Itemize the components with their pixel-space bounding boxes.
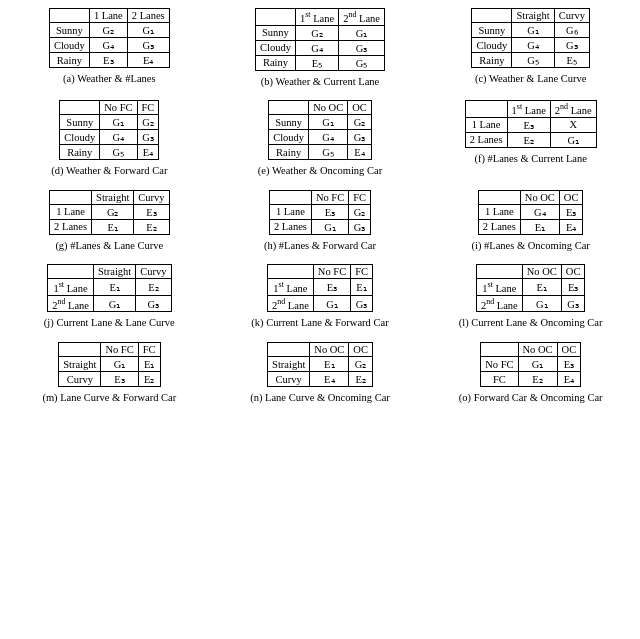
table-f: 1st Lane2nd Lane1 LaneE₃X2 LanesE₂G₁ (465, 100, 597, 148)
table-o-header-1: No OC (518, 343, 557, 357)
table-h-cell-0-2: G₂ (349, 204, 371, 219)
table-a-cell-2-1: E₃ (89, 53, 127, 68)
caption-e: (e) Weather & Oncoming Car (258, 164, 382, 178)
table-row: StraightG₁E₁ (59, 357, 160, 372)
table-l-header-2: OC (561, 265, 585, 279)
table-b-cell-0-1: G₂ (295, 25, 338, 40)
table-a-header-0 (49, 9, 89, 23)
table-d-cell-0-0: Sunny (60, 115, 100, 130)
table-b-cell-2-2: G₅ (339, 55, 385, 70)
table-row: CloudyG₄G₃ (269, 130, 372, 145)
table-block-o: No OCOCNo FCG₁E₃FCE₂E₄(o) Forward Car & … (429, 342, 632, 405)
table-b-header-2: 2nd Lane (339, 9, 385, 26)
table-j-header-2: Curvy (136, 265, 171, 279)
table-row: RainyG₅E₄ (269, 145, 372, 160)
table-c-cell-0-2: G₆ (554, 23, 589, 38)
table-k-cell-0-2: E₁ (351, 279, 373, 296)
caption-h: (h) #Lanes & Forward Car (264, 239, 376, 253)
table-e-cell-2-0: Rainy (269, 145, 309, 160)
table-d: No FCFCSunnyG₁G₂CloudyG₄G₃RainyG₅E₄ (59, 100, 159, 160)
table-k-header-2: FC (351, 265, 373, 279)
table-e: No OCOCSunnyG₁G₂CloudyG₄G₃RainyG₅E₄ (268, 100, 372, 160)
table-row: CurvyE₃E₂ (59, 372, 160, 387)
table-e-cell-0-2: G₂ (348, 115, 372, 130)
table-d-cell-1-0: Cloudy (60, 130, 100, 145)
caption-b: (b) Weather & Current Lane (261, 75, 380, 89)
table-j-cell-1-2: G₃ (136, 295, 171, 312)
caption-f: (f) #Lanes & Current Lane (474, 152, 587, 166)
table-a: 1 Lane2 LanesSunnyG₂G₁CloudyG₄G₃RainyE₃E… (49, 8, 170, 68)
table-h-header-2: FC (349, 190, 371, 204)
table-e-cell-0-1: G₁ (309, 115, 348, 130)
table-o-cell-0-2: E₃ (557, 357, 581, 372)
table-row: RainyE₃E₄ (49, 53, 169, 68)
tables-grid: 1 Lane2 LanesSunnyG₂G₁CloudyG₄G₃RainyE₃E… (8, 8, 632, 405)
table-c-cell-1-2: G₃ (554, 38, 589, 53)
table-row: CloudyG₄G₃ (49, 38, 169, 53)
table-e-cell-0-0: Sunny (269, 115, 309, 130)
table-row: 2nd LaneG₁G₃ (476, 295, 585, 312)
table-f-cell-1-2: G₁ (550, 132, 596, 147)
table-g: StraightCurvy1 LaneG₂E₃2 LanesE₁E₂ (49, 190, 169, 235)
caption-n: (n) Lane Curve & Oncoming Car (250, 391, 390, 405)
table-d-header-1: No FC (100, 101, 137, 115)
table-row: SunnyG₂G₁ (49, 23, 169, 38)
table-d-cell-2-0: Rainy (60, 145, 100, 160)
table-c: StraightCurvySunnyG₁G₆CloudyG₄G₃RainyG₅E… (471, 8, 589, 68)
table-row: 1st LaneE₁E₃ (476, 279, 585, 296)
table-b-cell-0-0: Sunny (255, 25, 295, 40)
table-h-header-1: No FC (311, 190, 348, 204)
table-block-c: StraightCurvySunnyG₁G₆CloudyG₄G₃RainyG₅E… (429, 8, 632, 88)
table-row: 1st LaneE₁E₂ (48, 279, 171, 296)
table-f-header-2: 2nd Lane (550, 101, 596, 118)
table-block-b: 1st Lane2nd LaneSunnyG₂G₁CloudyG₄G₃Rainy… (219, 8, 422, 88)
table-n-cell-1-2: E₂ (349, 372, 373, 387)
table-h-cell-1-1: G₁ (311, 219, 348, 234)
table-k-cell-0-0: 1st Lane (267, 279, 313, 296)
table-c-cell-2-1: G₅ (512, 53, 554, 68)
table-f-cell-0-0: 1 Lane (465, 117, 507, 132)
table-i-header-2: OC (559, 190, 583, 204)
table-j-cell-1-1: G₁ (94, 295, 136, 312)
table-e-header-1: No OC (309, 101, 348, 115)
table-row: CloudyG₄G₃ (472, 38, 589, 53)
table-d-cell-2-1: G₅ (100, 145, 137, 160)
table-e-cell-2-2: E₄ (348, 145, 372, 160)
table-n-header-1: No OC (310, 343, 349, 357)
table-row: FCE₂E₄ (481, 372, 581, 387)
table-j: StraightCurvy1st LaneE₁E₂2nd LaneG₁G₃ (47, 264, 171, 312)
table-row: SunnyG₂G₁ (255, 25, 384, 40)
table-i-header-0 (478, 190, 520, 204)
table-h-header-0 (269, 190, 311, 204)
table-row: RainyG₅E₅ (472, 53, 589, 68)
table-e-header-0 (269, 101, 309, 115)
table-o-cell-0-1: G₁ (518, 357, 557, 372)
table-b-cell-1-0: Cloudy (255, 40, 295, 55)
table-row: 2nd LaneG₁G₃ (267, 295, 372, 312)
table-o-header-0 (481, 343, 518, 357)
table-d-cell-1-2: G₃ (137, 130, 159, 145)
table-a-cell-0-0: Sunny (49, 23, 89, 38)
table-c-header-0 (472, 9, 512, 23)
table-b-header-1: 1st Lane (295, 9, 338, 26)
table-f-header-0 (465, 101, 507, 118)
table-g-cell-0-0: 1 Lane (50, 204, 92, 219)
table-row: 1st LaneE₃E₁ (267, 279, 372, 296)
table-row: 1 LaneG₄E₃ (478, 204, 583, 219)
table-g-cell-0-2: E₃ (134, 204, 169, 219)
caption-m: (m) Lane Curve & Forward Car (42, 391, 176, 405)
table-n-cell-0-2: G₂ (349, 357, 373, 372)
table-c-cell-0-0: Sunny (472, 23, 512, 38)
table-n-cell-1-1: E₄ (310, 372, 349, 387)
table-row: SunnyG₁G₂ (60, 115, 159, 130)
table-n-cell-0-1: E₁ (310, 357, 349, 372)
table-k-cell-0-1: E₃ (313, 279, 350, 296)
table-l-header-0 (476, 265, 522, 279)
table-row: SunnyG₁G₆ (472, 23, 589, 38)
table-l-header-1: No OC (522, 265, 561, 279)
table-o-cell-1-2: E₄ (557, 372, 581, 387)
table-b: 1st Lane2nd LaneSunnyG₂G₁CloudyG₄G₃Rainy… (255, 8, 385, 71)
table-e-cell-1-1: G₄ (309, 130, 348, 145)
caption-l: (l) Current Lane & Oncoming Car (459, 316, 603, 330)
table-n-header-2: OC (349, 343, 373, 357)
